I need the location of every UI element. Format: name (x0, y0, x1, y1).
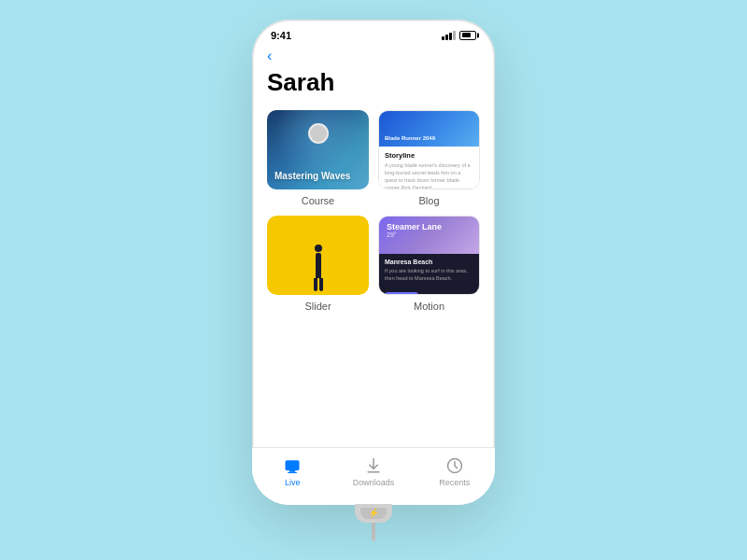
phone-frame: 9:41 ‹ Sarah (252, 20, 495, 505)
course-thumbnail: Mastering Waves (267, 110, 369, 189)
live-icon (282, 455, 303, 476)
cable-connector: ⚡ (355, 504, 392, 523)
course-label: Course (267, 195, 369, 206)
slider-card[interactable]: Slider (267, 216, 369, 312)
blog-label: Blog (378, 195, 480, 206)
motion-temperature: 29° (387, 231, 472, 238)
tab-live[interactable]: Live (252, 455, 333, 487)
motion-card[interactable]: Steamer Lane 29° Manresa Beach If you ar… (378, 216, 480, 312)
blog-image-area: Blade Runner 2049 (379, 111, 479, 147)
motion-place-title: Steamer Lane (387, 222, 472, 231)
blog-thumbnail: Blade Runner 2049 Storyline A young blad… (378, 110, 480, 189)
tab-live-label: Live (285, 478, 301, 487)
course-avatar (308, 123, 329, 144)
cable-wire (372, 523, 375, 541)
motion-label: Motion (378, 301, 480, 312)
blade-runner-title: Blade Runner 2049 (385, 135, 435, 143)
blog-section: Storyline (385, 151, 473, 160)
tab-recents-label: Recents (439, 478, 470, 487)
recents-icon (444, 455, 465, 476)
usb-icon: ⚡ (368, 508, 379, 518)
svg-rect-1 (289, 470, 296, 472)
tab-downloads-label: Downloads (353, 478, 395, 487)
motion-description: If you are looking to surf in this area,… (385, 267, 473, 283)
downloads-icon (363, 455, 384, 476)
svg-rect-2 (288, 471, 297, 472)
back-button[interactable]: ‹ (267, 48, 480, 64)
motion-thumbnail: Steamer Lane 29° Manresa Beach If you ar… (378, 216, 480, 295)
slider-label: Slider (267, 301, 369, 312)
tab-bar: Live Downloads Recents (252, 447, 495, 505)
tab-recents[interactable]: Recents (414, 455, 495, 487)
svg-rect-0 (286, 460, 300, 470)
signal-icon (442, 31, 456, 40)
blog-description: A young blade runner's discovery of a lo… (385, 161, 473, 189)
person-silhouette (311, 245, 326, 291)
page-title: Sarah (267, 68, 480, 97)
motion-view-more-button[interactable]: View More (385, 292, 418, 295)
course-card[interactable]: Mastering Waves Course (267, 110, 369, 206)
phone-wrapper: 9:41 ‹ Sarah (252, 20, 495, 541)
status-bar: 9:41 (252, 20, 495, 46)
blog-card[interactable]: Blade Runner 2049 Storyline A young blad… (378, 110, 480, 206)
motion-text-area: Manresa Beach If you are looking to surf… (379, 254, 479, 295)
course-title: Mastering Waves (275, 171, 361, 182)
status-time: 9:41 (271, 30, 291, 41)
card-grid: Mastering Waves Course Blade Runner 2049 (267, 110, 480, 312)
motion-location: Manresa Beach (385, 259, 473, 265)
content-area: ‹ Sarah Mastering Waves Course (252, 46, 495, 447)
battery-icon (459, 31, 476, 40)
tab-downloads[interactable]: Downloads (333, 455, 415, 487)
status-icons (442, 31, 476, 40)
blog-text-area: Storyline A young blade runner's discove… (379, 147, 479, 189)
slider-thumbnail (267, 216, 369, 295)
motion-image-area: Steamer Lane 29° (379, 217, 479, 254)
